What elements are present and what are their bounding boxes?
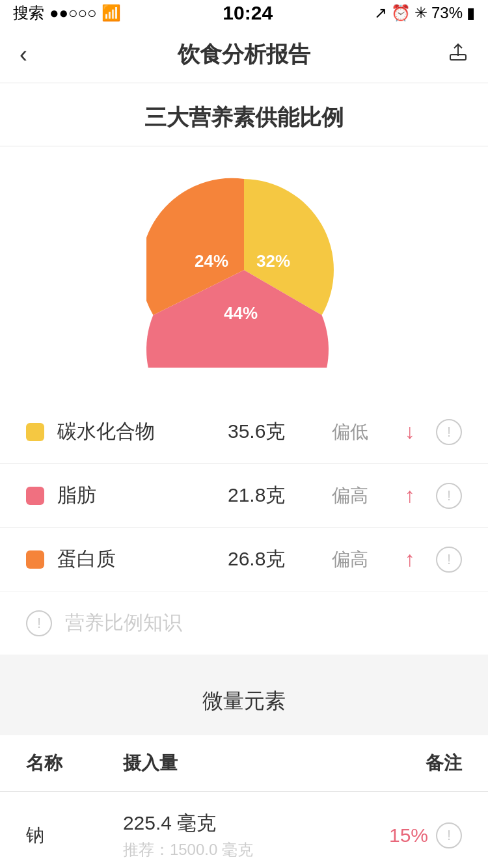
micro-section-header: 微量元素 — [0, 668, 488, 735]
carb-arrow-icon: ↓ — [397, 420, 423, 444]
status-bar: 搜索 ●●○○○ 📶 10:24 ↗ ⏰ ✳ 73% ▮ — [0, 0, 488, 26]
sodium-percent: 15% — [389, 824, 428, 847]
search-label: 搜索 — [13, 3, 44, 23]
nutrient-row-protein: 蛋白质 26.8克 偏高 ↑ ! — [0, 528, 488, 591]
fat-amount: 21.8克 — [228, 482, 319, 509]
knowledge-row[interactable]: ! 营养比例知识 — [0, 591, 488, 655]
nutrient-list: 碳水化合物 35.6克 偏低 ↓ ! 脂肪 21.8克 偏高 ↑ ! 蛋白质 2… — [0, 400, 488, 655]
protein-status: 偏高 — [332, 547, 384, 572]
nutrient-row-carb: 碳水化合物 35.6克 偏低 ↓ ! — [0, 400, 488, 464]
carb-amount: 35.6克 — [228, 418, 319, 445]
fat-info-icon[interactable]: ! — [436, 483, 462, 509]
status-right: ↗ ⏰ ✳ 73% ▮ — [374, 4, 475, 22]
col-header-intake: 摄入量 — [123, 751, 317, 776]
carb-name: 碳水化合物 — [57, 418, 215, 445]
page-title: 饮食分析报告 — [178, 40, 310, 70]
protein-info-icon[interactable]: ! — [436, 547, 462, 573]
nutrient-row-fat: 脂肪 21.8克 偏高 ↑ ! — [0, 464, 488, 528]
fat-color-dot — [26, 487, 44, 505]
sodium-info-icon[interactable]: ! — [436, 822, 462, 848]
protein-name: 蛋白质 — [57, 546, 215, 573]
sodium-intake-main: 225.4 毫克 — [123, 810, 317, 837]
svg-text:44%: 44% — [224, 303, 258, 323]
knowledge-text: 营养比例知识 — [65, 610, 182, 636]
protein-arrow-icon: ↑ — [397, 547, 423, 571]
alarm-icon: ⏰ — [391, 4, 411, 22]
share-button[interactable] — [448, 42, 468, 68]
back-button[interactable]: ‹ — [20, 41, 27, 68]
fat-name: 脂肪 — [57, 482, 215, 509]
table-header: 名称 摄入量 备注 — [0, 735, 488, 792]
sodium-intake: 225.4 毫克 推荐：1500.0 毫克 — [123, 810, 317, 860]
carb-color-dot — [26, 423, 44, 441]
sodium-intake-rec: 推荐：1500.0 毫克 — [123, 839, 317, 860]
svg-text:24%: 24% — [195, 251, 228, 271]
section-divider — [0, 655, 488, 668]
col-header-note: 备注 — [317, 751, 462, 776]
bluetooth-icon: ✳ — [414, 4, 427, 22]
protein-amount: 26.8克 — [228, 546, 319, 573]
svg-text:32%: 32% — [256, 251, 290, 271]
knowledge-info-icon: ! — [26, 610, 52, 636]
carb-status: 偏低 — [332, 420, 384, 444]
fat-status: 偏高 — [332, 483, 384, 508]
micro-section-title: 微量元素 — [202, 689, 286, 712]
location-icon: ↗ — [374, 4, 387, 22]
nav-bar: ‹ 饮食分析报告 — [0, 26, 488, 83]
protein-color-dot — [26, 550, 44, 569]
battery-label: 73% — [431, 4, 463, 22]
pie-chart: 32% 44% 24% — [146, 172, 342, 368]
battery-icon: ▮ — [467, 4, 475, 22]
pie-section-title: 三大营养素供能比例 — [144, 105, 344, 129]
sodium-name: 钠 — [26, 823, 123, 848]
status-time: 10:24 — [223, 2, 273, 24]
pie-section-header: 三大营养素供能比例 — [0, 83, 488, 146]
status-left: 搜索 ●●○○○ 📶 — [13, 3, 121, 23]
fat-arrow-icon: ↑ — [397, 483, 423, 508]
table-row-sodium: 钠 225.4 毫克 推荐：1500.0 毫克 15% ! — [0, 792, 488, 868]
sodium-note: 15% ! — [317, 822, 462, 848]
wifi-icon: 📶 — [102, 4, 121, 22]
carb-info-icon[interactable]: ! — [436, 419, 462, 445]
pie-chart-container: 32% 44% 24% — [0, 146, 488, 400]
signal-dots: ●●○○○ — [49, 4, 96, 22]
col-header-name: 名称 — [26, 751, 123, 776]
